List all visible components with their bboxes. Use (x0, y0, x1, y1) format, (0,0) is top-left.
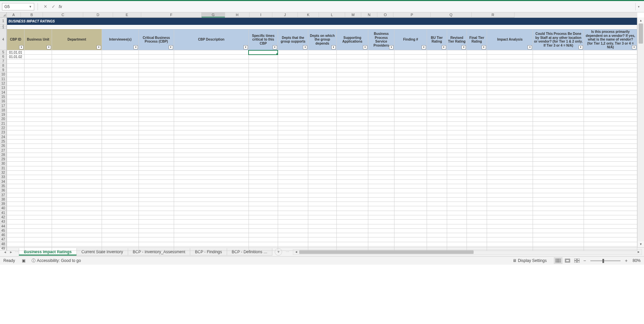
cell-B41[interactable] (24, 211, 52, 215)
cell-A20[interactable] (7, 117, 24, 121)
cell-K13[interactable] (368, 86, 394, 90)
cell-Q40[interactable] (533, 206, 584, 211)
cell-C9[interactable] (52, 68, 102, 72)
cell-B9[interactable] (24, 68, 52, 72)
cell-R25[interactable] (584, 139, 637, 144)
cell-C15[interactable] (52, 95, 102, 99)
cell-L41[interactable] (394, 211, 427, 215)
cell-H33[interactable] (278, 175, 308, 179)
cell-Q30[interactable] (533, 162, 584, 166)
row-header-31[interactable]: 31 (0, 166, 7, 170)
cell-A27[interactable] (7, 148, 24, 153)
cell-M24[interactable] (427, 135, 447, 139)
row-header-9[interactable]: 9 (0, 68, 7, 72)
cell-D32[interactable] (102, 171, 139, 175)
cell-N41[interactable] (447, 211, 467, 215)
cell-O40[interactable] (467, 206, 487, 211)
filter-button-F[interactable]: ▼ (244, 45, 248, 49)
cell-G32[interactable] (249, 171, 278, 175)
cell-L40[interactable] (394, 206, 427, 211)
cell-A7[interactable] (7, 59, 24, 63)
cell-Q45[interactable] (533, 228, 584, 233)
cell-F31[interactable] (174, 166, 249, 170)
cell-C16[interactable] (52, 99, 102, 104)
cell-D35[interactable] (102, 184, 139, 188)
cell-K27[interactable] (368, 148, 394, 153)
cell-D11[interactable] (102, 77, 139, 81)
row-header-30[interactable]: 30 (0, 161, 7, 166)
cell-M23[interactable] (427, 130, 447, 135)
cell-C46[interactable] (52, 233, 102, 237)
cell-G27[interactable] (249, 148, 278, 153)
cell-I7[interactable] (308, 59, 336, 63)
cell-C12[interactable] (52, 82, 102, 86)
cell-M33[interactable] (427, 175, 447, 179)
cell-C43[interactable] (52, 220, 102, 224)
cell-R36[interactable] (584, 188, 637, 193)
cell-C31[interactable] (52, 166, 102, 170)
cell-H7[interactable] (278, 59, 308, 63)
cell-E26[interactable] (139, 144, 174, 148)
cell-O29[interactable] (467, 157, 487, 162)
cell-K10[interactable] (368, 72, 394, 77)
cell-D6[interactable] (102, 55, 139, 59)
cell-N5[interactable] (447, 50, 467, 55)
filter-button-Q[interactable]: ▼ (579, 45, 583, 49)
cell-B42[interactable] (24, 215, 52, 219)
cell-N23[interactable] (447, 130, 467, 135)
cell-P12[interactable] (487, 82, 533, 86)
cell-N29[interactable] (447, 157, 467, 162)
cell-H47[interactable] (278, 237, 308, 242)
column-header-O[interactable]: O (377, 12, 393, 17)
cell-P18[interactable] (487, 108, 533, 112)
cell-O15[interactable] (467, 95, 487, 99)
cell-P46[interactable] (487, 233, 533, 237)
cell-F40[interactable] (174, 206, 249, 211)
filter-button-P[interactable]: ▼ (528, 45, 532, 49)
scroll-down-button[interactable]: ▼ (638, 241, 644, 247)
cell-O19[interactable] (467, 113, 487, 117)
cell-B43[interactable] (24, 220, 52, 224)
cell-B31[interactable] (24, 166, 52, 170)
cell-J20[interactable] (336, 117, 368, 121)
cell-L10[interactable] (394, 72, 427, 77)
cell-K34[interactable] (368, 179, 394, 184)
cell-A42[interactable] (7, 215, 24, 219)
cell-E39[interactable] (139, 202, 174, 206)
cell-K29[interactable] (368, 157, 394, 162)
cell-B17[interactable] (24, 104, 52, 108)
cell-Q28[interactable] (533, 153, 584, 157)
cell-K17[interactable] (368, 104, 394, 108)
cell-Q34[interactable] (533, 179, 584, 184)
cell-E16[interactable] (139, 99, 174, 104)
cell-R29[interactable] (584, 157, 637, 162)
cell-I26[interactable] (308, 144, 336, 148)
cell-A14[interactable] (7, 90, 24, 95)
row-header-23[interactable]: 23 (0, 130, 7, 134)
cell-M31[interactable] (427, 166, 447, 170)
cell-O41[interactable] (467, 211, 487, 215)
cell-N34[interactable] (447, 179, 467, 184)
cell-A30[interactable] (7, 162, 24, 166)
cell-M38[interactable] (427, 197, 447, 202)
zoom-out-button[interactable]: − (582, 258, 588, 263)
cell-H16[interactable] (278, 99, 308, 104)
cell-N36[interactable] (447, 188, 467, 193)
column-header-L[interactable]: L (319, 12, 345, 17)
cell-A38[interactable] (7, 197, 24, 202)
cell-E12[interactable] (139, 82, 174, 86)
cell-B34[interactable] (24, 179, 52, 184)
cell-G31[interactable] (249, 166, 278, 170)
cell-P38[interactable] (487, 197, 533, 202)
cell-B8[interactable] (24, 63, 52, 68)
cell-H22[interactable] (278, 126, 308, 130)
cell-R5[interactable] (584, 50, 637, 55)
cell-E20[interactable] (139, 117, 174, 121)
cell-K15[interactable] (368, 95, 394, 99)
cell-C27[interactable] (52, 148, 102, 153)
cell-L44[interactable] (394, 224, 427, 228)
cell-M15[interactable] (427, 95, 447, 99)
select-all-corner[interactable] (0, 12, 7, 17)
row-header-20[interactable]: 20 (0, 117, 7, 121)
cancel-formula-button[interactable]: ✕ (41, 3, 49, 10)
